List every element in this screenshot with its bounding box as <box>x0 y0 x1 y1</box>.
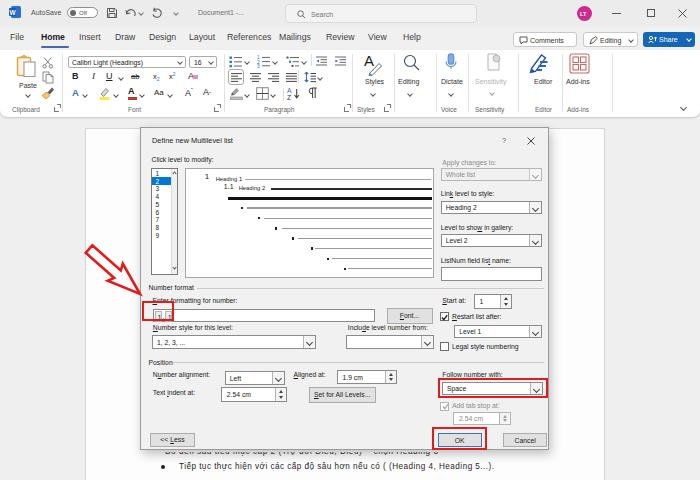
svg-text:Z: Z <box>287 94 291 101</box>
svg-text:A: A <box>287 87 292 94</box>
svg-text:3: 3 <box>257 64 260 68</box>
svg-text:W: W <box>9 9 16 16</box>
